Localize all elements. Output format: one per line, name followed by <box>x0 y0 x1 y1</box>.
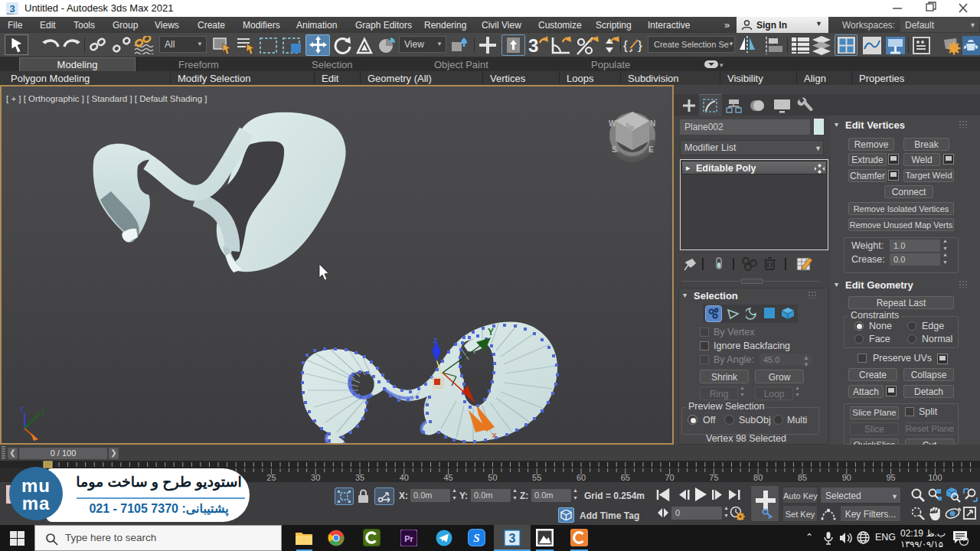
svg-text:35: 35 <box>355 473 364 482</box>
svg-text:▾: ▾ <box>720 61 724 69</box>
svg-text:S: S <box>612 145 617 154</box>
svg-text:Pr: Pr <box>404 534 413 543</box>
svg-text:100: 100 <box>928 473 942 482</box>
svg-text:[ + ] [ Orthographic ] [ Stand: [ + ] [ Orthographic ] [ Standard ] [ De… <box>6 94 207 103</box>
svg-text:50: 50 <box>488 473 497 482</box>
svg-text:80: 80 <box>753 473 763 482</box>
svg-text:85: 85 <box>798 473 807 482</box>
svg-text:y: y <box>41 406 45 415</box>
svg-text:45: 45 <box>443 473 452 482</box>
svg-text:40: 40 <box>400 473 409 482</box>
svg-text:N: N <box>650 119 655 128</box>
svg-text:z: z <box>20 405 24 413</box>
svg-text:25: 25 <box>266 473 276 482</box>
svg-text:75: 75 <box>709 473 718 482</box>
svg-text:3: 3 <box>509 532 516 545</box>
svg-text:W: W <box>609 119 616 128</box>
svg-text:55: 55 <box>532 473 541 482</box>
svg-text:90: 90 <box>842 473 851 482</box>
svg-text:Y: Y <box>488 327 494 337</box>
svg-text:65: 65 <box>621 473 630 482</box>
svg-text:70: 70 <box>665 473 674 482</box>
svg-text:{: { <box>623 37 628 53</box>
svg-text:z: z <box>433 335 438 344</box>
svg-text:S: S <box>473 532 479 544</box>
svg-text:60: 60 <box>577 473 586 482</box>
svg-text:3: 3 <box>528 35 538 56</box>
svg-text:3: 3 <box>9 3 15 15</box>
svg-text:E: E <box>648 145 654 154</box>
svg-text:30: 30 <box>311 473 320 482</box>
svg-text:}: } <box>638 37 642 53</box>
svg-text:95: 95 <box>886 473 895 482</box>
svg-text:x: x <box>492 430 497 439</box>
